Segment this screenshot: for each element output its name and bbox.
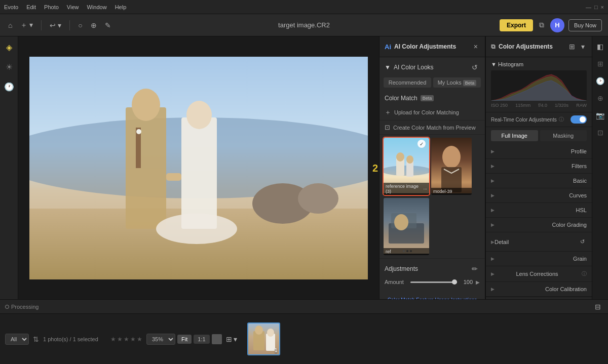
window-minimize[interactable]: —: [586, 4, 591, 10]
brush-button[interactable]: ✎: [103, 19, 113, 31]
color-grading-section-header[interactable]: ▶ Color Grading: [486, 218, 592, 232]
heal-button[interactable]: ○: [76, 19, 84, 31]
undo-button[interactable]: ↩ ▾: [48, 19, 63, 31]
upload-color-button[interactable]: ＋ Upload for Color Matching: [379, 105, 485, 120]
star-3[interactable]: ★: [124, 336, 129, 343]
ai-panel-title: Ai AI Color Adjustments: [385, 43, 456, 51]
ai-icon: Ai: [385, 43, 391, 51]
menu-edit[interactable]: Edit: [26, 4, 36, 10]
hsl-arrow: ▶: [491, 208, 495, 213]
menu-view[interactable]: View: [67, 4, 79, 10]
color-grading-section: ▶ Color Grading: [486, 218, 592, 232]
window-maximize[interactable]: □: [594, 4, 598, 10]
portrait-label-text: model-39: [433, 189, 452, 194]
right-panel-title-container: ⧉ Color Adjustments: [491, 43, 553, 50]
view-mode-button-1[interactable]: [212, 334, 222, 344]
hsl-section-header[interactable]: ▶ HSL: [486, 203, 592, 217]
layout-toggle-button[interactable]: ⊟: [593, 301, 603, 313]
reference-image-3[interactable]: ref: [384, 198, 429, 255]
extra-button[interactable]: ⊞ ▾: [224, 333, 240, 345]
menu-help[interactable]: Help: [115, 4, 127, 10]
one-to-one-button[interactable]: 1:1: [194, 335, 209, 344]
menu-window[interactable]: Window: [87, 4, 107, 10]
full-image-tab[interactable]: Full Image: [491, 130, 538, 141]
detail-section-header[interactable]: ▶ Detail ↺: [486, 232, 592, 251]
filters-section-header[interactable]: ▶ Filters: [486, 159, 592, 173]
basic-section-header[interactable]: ▶ Basic: [486, 174, 592, 188]
processing-indicator: [5, 305, 9, 309]
ai-color-panel: Ai AI Color Adjustments × ▼ AI Color Loo…: [379, 36, 485, 299]
filmstrip: All ⇅ 1 photo(s) / 1 selected ★ ★ ★ ★ ★ …: [0, 313, 608, 364]
menu-evoto[interactable]: Evoto: [4, 4, 18, 10]
sun-panel-icon[interactable]: ☀: [4, 60, 15, 74]
lens-corrections-section-header[interactable]: ▶ Lens Corrections ⓘ: [486, 266, 592, 281]
masking-tab[interactable]: Masking: [540, 130, 587, 141]
histogram-title[interactable]: ▼ Histogram: [491, 61, 587, 67]
curves-section-header[interactable]: ▶ Curves: [486, 188, 592, 203]
star-4[interactable]: ★: [130, 336, 136, 343]
close-panel-button[interactable]: ×: [472, 41, 480, 53]
panel-expand-button[interactable]: ⊞: [567, 41, 577, 53]
reference-image-1[interactable]: ✓ reference image (3) ···: [384, 138, 429, 195]
right-panel-header: ⧉ Color Adjustments ⊞ ▾: [486, 36, 592, 57]
history-panel-icon[interactable]: 🕐: [2, 80, 16, 94]
image-number: 2: [372, 162, 378, 174]
export-button[interactable]: Export: [500, 19, 533, 31]
amount-thumb[interactable]: [452, 279, 457, 285]
filters-arrow: ▶: [491, 164, 495, 169]
sort-button[interactable]: ⇅: [33, 335, 39, 343]
window-close[interactable]: ×: [601, 4, 604, 10]
add-button[interactable]: ＋ ▾: [18, 19, 35, 32]
recommended-tab[interactable]: Recommended: [384, 77, 431, 88]
reset-detail-button[interactable]: ↺: [578, 236, 587, 247]
color-calibration-section-header[interactable]: ▶ Color Calibration: [486, 282, 592, 296]
profile-label: Profile: [571, 148, 587, 154]
grain-section-header[interactable]: ▶ Grain: [486, 252, 592, 266]
star-1[interactable]: ★: [110, 336, 116, 343]
zoom-select[interactable]: 35%: [146, 334, 175, 345]
adjustment-panel-icon[interactable]: ◈: [4, 41, 14, 54]
filmstrip-thumb-1[interactable]: 1: [247, 322, 280, 355]
svg-point-6: [132, 89, 160, 121]
more-options-icon[interactable]: ···: [423, 186, 427, 191]
color-looks-section-header[interactable]: ▼ AI Color Looks ↺: [379, 57, 485, 77]
real-time-label: Real-Time Color Adjustments ⓘ: [491, 116, 564, 123]
panel-more-button[interactable]: ▾: [579, 41, 587, 53]
fit-button[interactable]: Fit: [177, 335, 192, 344]
copy-button[interactable]: ⧉: [537, 19, 546, 31]
real-time-toggle[interactable]: [571, 115, 587, 124]
svg-point-11: [136, 129, 141, 134]
right-panel-4-icon[interactable]: ⊕: [595, 92, 605, 104]
star-5[interactable]: ★: [137, 336, 142, 343]
hsl-label: HSL: [576, 207, 587, 213]
color-match-grid-row2: ref: [379, 198, 485, 258]
right-panel-2-icon[interactable]: ⊞: [595, 58, 605, 70]
filter-select[interactable]: All: [5, 334, 29, 345]
detail-section: ▶ Detail ↺: [486, 232, 592, 252]
panel-header-actions: ×: [472, 41, 480, 53]
grain-arrow: ▶: [491, 256, 495, 261]
histogram-svg: [491, 70, 587, 101]
reference-image-2[interactable]: model-39: [431, 138, 472, 195]
amount-slider[interactable]: [410, 281, 457, 283]
amount-arrow[interactable]: ▶: [476, 279, 480, 285]
grain-label: Grain: [573, 256, 587, 262]
panel-header-icons: ⊞ ▾: [567, 41, 587, 53]
home-button[interactable]: ⌂: [6, 19, 14, 31]
right-panel-6-icon[interactable]: ⊡: [595, 127, 605, 139]
right-panel-5-icon[interactable]: 📷: [594, 109, 606, 122]
buy-now-button[interactable]: Buy Now: [568, 19, 602, 31]
file-title: target image.CR2: [278, 21, 330, 29]
clone-button[interactable]: ⊕: [89, 19, 99, 31]
profile-section-header[interactable]: ▶ Profile: [486, 144, 592, 158]
edit-adjustments-button[interactable]: ✏: [470, 263, 480, 275]
menu-photo[interactable]: Photo: [44, 4, 59, 10]
right-panel-1-icon[interactable]: ◧: [595, 41, 605, 53]
right-panel-3-icon[interactable]: 🕑: [594, 75, 606, 87]
refresh-looks-button[interactable]: ↺: [470, 61, 480, 73]
my-looks-tab[interactable]: My Looks Beta: [433, 77, 481, 88]
create-color-match-button[interactable]: ⊡ Create Color Match from Preview: [379, 120, 485, 135]
beach-label-text: reference image (3): [386, 184, 423, 194]
color-match-grid: ✓ reference image (3) ···: [379, 135, 485, 198]
star-2[interactable]: ★: [117, 336, 123, 343]
